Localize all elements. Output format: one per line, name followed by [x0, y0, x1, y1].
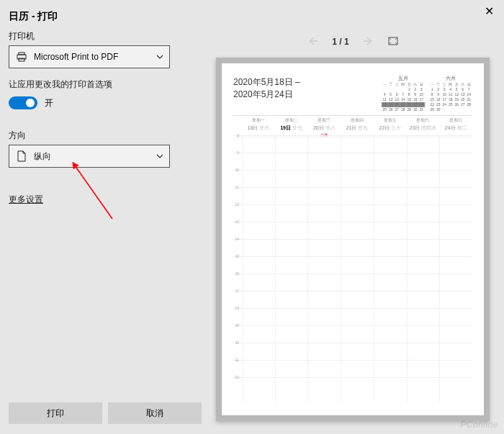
close-button[interactable]: ✕ [485, 6, 494, 17]
prev-page-button[interactable] [307, 37, 318, 48]
cancel-button[interactable]: 取消 [108, 402, 202, 424]
weekday-column: 星期三20日 廿八小满 [307, 116, 341, 137]
watermark: PConline [460, 420, 498, 430]
next-page-button[interactable] [364, 37, 374, 48]
page-indicator: 1 / 1 [332, 37, 348, 47]
weekday-column: 星期五22日 三十 [374, 116, 407, 137]
mini-cal-may: 五月 一二三四五六日 123 45678910 11121314151617 1… [382, 75, 425, 112]
page-preview: 2020年5月18日 – 2020年5月24日 五月 一二三四五六日 123 4… [222, 63, 484, 415]
change-prefs-text: 让应用更改我的打印首选项 [9, 78, 193, 91]
print-button[interactable]: 打印 [9, 402, 102, 424]
fit-page-button[interactable] [388, 37, 398, 48]
page-preview-frame: 2020年5月18日 – 2020年5月24日 五月 一二三四五六日 123 4… [216, 58, 490, 421]
printer-icon [15, 50, 28, 63]
weekday-column: 星期六23日 闰四月 [407, 116, 440, 137]
prefs-toggle[interactable] [9, 96, 37, 109]
mini-calendars: 五月 一二三四五六日 123 45678910 11121314151617 1… [382, 75, 472, 112]
svg-rect-1 [19, 53, 24, 55]
printer-selected: Microsoft Print to PDF [34, 52, 118, 62]
orientation-dropdown[interactable]: 纵向 [9, 145, 170, 168]
weekday-column: 星期一18日 廿六 [242, 116, 275, 137]
orientation-selected: 纵向 [34, 150, 51, 163]
orientation-label: 方向 [9, 130, 193, 142]
weekday-column: 星期二19日 廿七 [275, 116, 308, 137]
weekday-column: 星期四21日 廿九 [341, 116, 374, 137]
more-settings-link[interactable]: 更多设置 [9, 194, 43, 206]
printer-dropdown[interactable]: Microsoft Print to PDF [9, 45, 170, 68]
preview-area: 1 / 1 2020年5月18日 – 2020年5月24日 五月 一二三四五六日 [209, 32, 497, 426]
week-header: 星期一18日 廿六 星期二19日 廿七 星期三20日 廿八小满星期四21日 廿九… [233, 115, 472, 137]
printer-label: 打印机 [9, 30, 193, 42]
chevron-down-icon [156, 50, 163, 63]
mini-cal-june: 六月 一二三四五六日 1234567 891011121314 15161718… [429, 75, 472, 112]
pager: 1 / 1 [209, 32, 497, 52]
prefs-toggle-label: 开 [45, 97, 53, 109]
portrait-icon [15, 150, 28, 163]
dialog-title: 日历 - 打印 [9, 10, 193, 23]
chevron-down-icon [156, 150, 163, 163]
weekday-column: 星期日24日 初二 [439, 116, 472, 137]
time-grid: 8910111213141516171819202122 [233, 135, 472, 402]
print-dialog: ✕ 日历 - 打印 打印机 Microsoft Print to PDF 让应用… [0, 0, 504, 434]
settings-pane: 日历 - 打印 打印机 Microsoft Print to PDF 让应用更改… [0, 0, 202, 434]
